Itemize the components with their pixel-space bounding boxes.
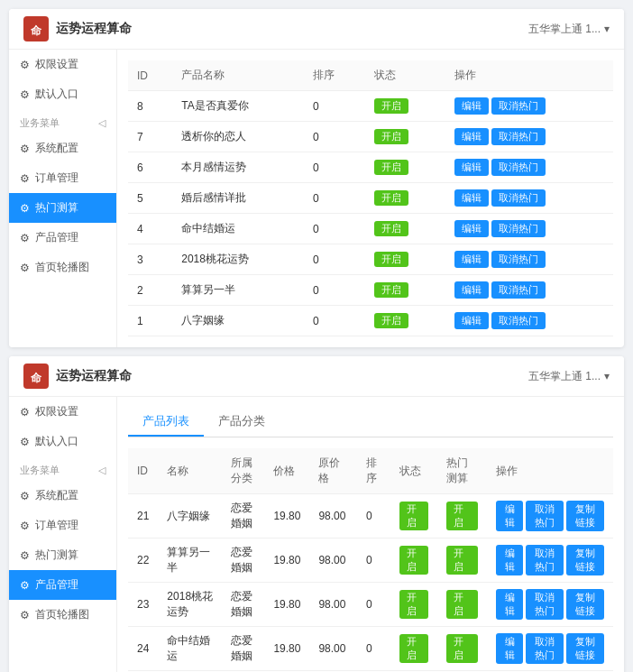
status-badge: 开启	[399, 634, 428, 663]
sidebar-item[interactable]: ⚙ 热门测算	[9, 193, 116, 223]
sidebar-top-item[interactable]: ⚙ 默认入口	[9, 79, 116, 109]
sidebar-top-item[interactable]: ⚙ 权限设置	[9, 50, 116, 79]
cell-actions: 编辑 取消热门	[445, 306, 613, 336]
cancel-hot-button[interactable]: 取消热门	[491, 281, 546, 299]
hot-badge: 开启	[446, 634, 479, 663]
cancel-hot-button[interactable]: 取消热门	[491, 312, 546, 329]
cell-orig-price: 98.00	[309, 539, 357, 583]
cell-sort: 0	[357, 494, 390, 539]
status-badge: 开启	[374, 282, 408, 298]
gear-icon: ⚙	[20, 232, 30, 244]
gear-icon: ⚙	[20, 579, 30, 592]
copy-link-button[interactable]: 复制链接	[566, 633, 604, 664]
cell-sort: 0	[304, 152, 365, 183]
title-text: 运势运程算命	[56, 368, 132, 384]
sidebar-item-label: 订单管理	[35, 170, 78, 186]
edit-button[interactable]: 编辑	[496, 589, 522, 620]
edit-button[interactable]: 编辑	[496, 501, 522, 531]
copy-link-button[interactable]: 复制链接	[566, 545, 604, 575]
cell-sort: 0	[304, 183, 365, 214]
tab-0[interactable]: 产品列表	[128, 408, 204, 437]
right-text: 五华掌上通 1...	[528, 369, 601, 384]
sidebar-top-item[interactable]: ⚙ 权限设置	[9, 397, 116, 427]
cell-name: 命中结婚运	[158, 627, 222, 671]
collapse-icon[interactable]: ◁	[98, 117, 106, 129]
hot-action-button[interactable]: 取消热门	[526, 545, 564, 575]
table-row: 6 本月感情运势 0 开启 编辑 取消热门	[128, 152, 613, 183]
edit-button[interactable]: 编辑	[454, 281, 489, 299]
cell-id: 6	[128, 152, 172, 183]
sidebar-item[interactable]: ⚙ 首页轮播图	[9, 253, 116, 282]
sidebar-item-label: 热门测算	[35, 548, 78, 563]
sidebar-item[interactable]: ⚙ 产品管理	[9, 223, 116, 253]
sidebar-item[interactable]: ⚙ 首页轮播图	[9, 600, 116, 630]
sidebar-item[interactable]: ⚙ 订单管理	[9, 511, 116, 540]
cell-status: 开启	[365, 152, 445, 183]
table-row: 5 婚后感情详批 0 开启 编辑 取消热门	[128, 183, 613, 214]
status-badge: 开启	[374, 190, 408, 206]
sidebar-item[interactable]: ⚙ 系统配置	[9, 133, 116, 163]
cell-name: 婚后感情详批	[172, 183, 304, 214]
sidebar-item[interactable]: ⚙ 系统配置	[9, 481, 116, 511]
table-row: 22 算算另一半 恋爱婚姻 19.80 98.00 0 开启 开启	[128, 539, 613, 583]
sidebar-item[interactable]: ⚙ 订单管理	[9, 163, 116, 193]
svg-text:命: 命	[31, 24, 42, 37]
cell-sort: 0	[357, 583, 390, 627]
edit-button[interactable]: 编辑	[454, 251, 489, 268]
cancel-hot-button[interactable]: 取消热门	[491, 97, 546, 115]
cell-sort: 0	[357, 539, 390, 583]
sidebar-item-label: 首页轮播图	[35, 607, 89, 622]
sidebar-item-label: 首页轮播图	[35, 260, 89, 275]
sidebar-item-label: 热门测算	[35, 200, 78, 216]
cancel-hot-button[interactable]: 取消热门	[491, 220, 546, 237]
section-label: 业务菜单	[20, 464, 60, 477]
copy-link-button[interactable]: 复制链接	[566, 501, 604, 531]
edit-button[interactable]: 编辑	[454, 189, 489, 207]
sidebar-section: 业务菜单 ◁	[9, 456, 116, 481]
cell-hot: 开启	[437, 583, 488, 627]
sidebar: ⚙ 权限设置 ⚙ 默认入口 业务菜单 ◁	[9, 397, 117, 672]
copy-link-button[interactable]: 复制链接	[566, 589, 604, 620]
chevron-down-icon[interactable]: ▾	[604, 370, 610, 382]
edit-button[interactable]: 编辑	[454, 220, 489, 237]
edit-button[interactable]: 编辑	[454, 97, 489, 115]
cell-actions: 编辑 取消热门	[445, 152, 613, 183]
col-header: 排序	[357, 448, 390, 494]
edit-button[interactable]: 编辑	[496, 633, 522, 664]
sidebar-top-item[interactable]: ⚙ 默认入口	[9, 427, 116, 456]
cell-name: 算算另一半	[158, 539, 222, 583]
cell-actions: 编辑 取消热门	[445, 183, 613, 214]
col-header: 价格	[264, 448, 309, 494]
section-label: 业务菜单	[20, 116, 60, 130]
cell-status: 开启	[365, 275, 445, 306]
cancel-hot-button[interactable]: 取消热门	[491, 251, 546, 268]
tab-1[interactable]: 产品分类	[204, 408, 280, 437]
edit-button[interactable]: 编辑	[454, 128, 489, 145]
hot-action-button[interactable]: 取消热门	[526, 589, 564, 620]
cell-actions: 编辑 取消热门 复制链接	[487, 627, 613, 671]
cell-actions: 编辑 取消热门 复制链接	[487, 583, 613, 627]
chevron-down-icon[interactable]: ▾	[604, 23, 610, 35]
cell-price: 19.80	[264, 583, 309, 627]
sidebar-item-label: 系统配置	[35, 141, 78, 156]
col-header: 所属分类	[222, 448, 264, 494]
collapse-icon[interactable]: ◁	[98, 465, 106, 476]
hot-action-button[interactable]: 取消热门	[526, 501, 564, 531]
cancel-hot-button[interactable]: 取消热门	[491, 159, 546, 176]
sidebar-item-label: 产品管理	[35, 577, 78, 593]
col-header: 热门测算	[437, 448, 488, 494]
sidebar-item[interactable]: ⚙ 产品管理	[9, 570, 116, 600]
sidebar-item[interactable]: ⚙ 热门测算	[9, 540, 116, 570]
cell-name: 2018桃花运势	[172, 244, 304, 275]
edit-button[interactable]: 编辑	[496, 545, 522, 575]
edit-button[interactable]: 编辑	[454, 159, 489, 176]
cancel-hot-button[interactable]: 取消热门	[491, 189, 546, 207]
table-row: 8 TA是否真爱你 0 开启 编辑 取消热门	[128, 91, 613, 122]
panel-header: 命 运势运程算命 五华掌上通 1... ▾	[9, 9, 624, 50]
hot-action-button[interactable]: 取消热门	[526, 633, 564, 664]
cancel-hot-button[interactable]: 取消热门	[491, 128, 546, 145]
table-row: 3 2018桃花运势 0 开启 编辑 取消热门	[128, 244, 613, 275]
edit-button[interactable]: 编辑	[454, 312, 489, 329]
cell-sort: 0	[357, 627, 390, 671]
gear-icon: ⚙	[20, 609, 30, 621]
